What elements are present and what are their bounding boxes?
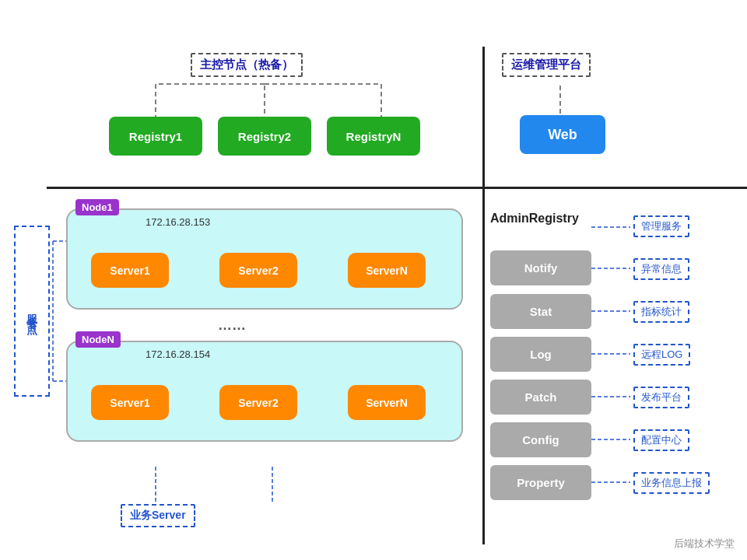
release-platform-label: 发布平台 <box>633 387 689 408</box>
node1-server1: Server1 <box>91 253 169 288</box>
node1-label: Node1 <box>75 199 119 215</box>
patch-service-box: Patch <box>490 380 591 415</box>
watermark: 后端技术学堂 <box>669 535 739 552</box>
nodeN-container: NodeN 172.16.28.154 Server1 Server2 Serv… <box>66 341 463 442</box>
service-node-label: 服务节点 <box>14 226 50 397</box>
node1-ip: 172.16.28.153 <box>146 216 210 228</box>
config-service-box: Config <box>490 422 591 457</box>
metric-stats-label: 指标统计 <box>633 301 689 323</box>
anomaly-info-label: 异常信息 <box>633 258 689 280</box>
ellipsis: …… <box>218 317 246 334</box>
stat-service-box: Stat <box>490 294 591 329</box>
log-service-box: Log <box>490 337 591 372</box>
registry1-box: Registry1 <box>109 117 202 156</box>
vertical-divider <box>482 47 485 544</box>
biz-server-label: 业务Server <box>121 504 195 527</box>
nodeN-server1: Server1 <box>91 385 169 420</box>
master-node-label: 主控节点（热备） <box>191 53 303 77</box>
node1-serverN: ServerN <box>348 253 426 288</box>
nodeN-serverN: ServerN <box>348 385 426 420</box>
config-center-label: 配置中心 <box>633 429 689 451</box>
nodeN-ip: 172.16.28.154 <box>146 348 210 360</box>
property-service-box: Property <box>490 465 591 500</box>
nodeN-server2: Server2 <box>219 385 297 420</box>
node1-container: Node1 172.16.28.153 Server1 Server2 Serv… <box>66 208 463 310</box>
horizontal-divider <box>47 187 747 189</box>
node1-server2: Server2 <box>219 253 297 288</box>
diagram-container: 主控节点（热备） 运维管理平台 Registry1 Registry2 Regi… <box>0 0 747 560</box>
remote-log-label: 远程LOG <box>633 344 690 366</box>
web-box: Web <box>520 115 605 154</box>
admin-registry-label: AdminRegistry <box>490 212 579 226</box>
notify-service-box: Notify <box>490 250 591 285</box>
biz-info-report-label: 业务信息上报 <box>633 472 710 494</box>
nodeN-label: NodeN <box>75 331 121 348</box>
management-service-label: 管理服务 <box>633 215 689 237</box>
ops-management-label: 运维管理平台 <box>502 53 591 77</box>
registryN-box: RegistryN <box>327 117 420 156</box>
registry2-box: Registry2 <box>218 117 311 156</box>
